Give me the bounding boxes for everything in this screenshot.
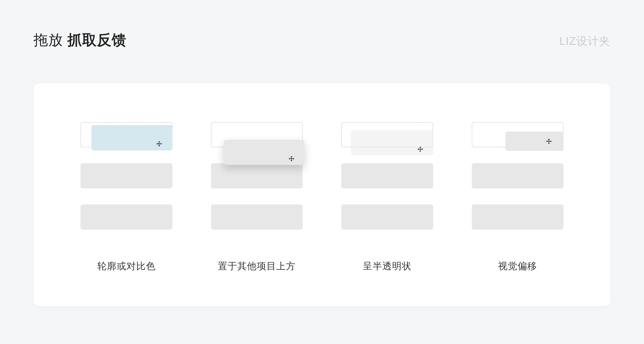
example-caption: 轮廓或对比色 — [97, 260, 156, 273]
dragged-item[interactable] — [351, 130, 433, 155]
example-stage — [80, 122, 172, 233]
example-stage — [211, 122, 303, 233]
move-cursor-icon — [546, 138, 552, 144]
examples-grid: 轮廓或对比色 置于其他项目上方 — [80, 122, 564, 273]
list-item — [80, 163, 172, 189]
dragged-item[interactable] — [92, 125, 172, 150]
list-item — [472, 163, 564, 189]
page-title: 拖放 抓取反馈 — [34, 30, 126, 50]
list-item — [472, 204, 564, 230]
list-item — [341, 204, 433, 230]
move-cursor-icon — [289, 156, 294, 161]
example-caption: 置于其他项目上方 — [218, 260, 296, 273]
example-stage — [472, 122, 564, 233]
example-stage — [341, 122, 433, 233]
title-bold: 抓取反馈 — [68, 32, 126, 48]
dragged-item[interactable] — [224, 140, 304, 165]
content-card: 轮廓或对比色 置于其他项目上方 — [34, 83, 610, 306]
move-cursor-icon — [418, 146, 423, 152]
list-item — [80, 204, 172, 230]
dragged-item[interactable] — [505, 131, 564, 151]
title-prefix: 拖放 — [34, 32, 68, 48]
list-item — [341, 163, 433, 189]
example-caption: 视觉偏移 — [498, 260, 537, 273]
brand-label: LIZ设计夹 — [559, 34, 610, 49]
list-item — [211, 163, 303, 189]
example-outline-contrast: 轮廓或对比色 — [80, 122, 172, 273]
example-semi-transparent: 呈半透明状 — [341, 122, 433, 273]
example-above-items: 置于其他项目上方 — [211, 122, 303, 273]
move-cursor-icon — [156, 141, 162, 147]
example-caption: 呈半透明状 — [363, 260, 412, 273]
example-visual-offset: 视觉偏移 — [472, 122, 564, 273]
page-header: 拖放 抓取反馈 LIZ设计夹 — [34, 30, 610, 50]
list-item — [211, 204, 303, 230]
